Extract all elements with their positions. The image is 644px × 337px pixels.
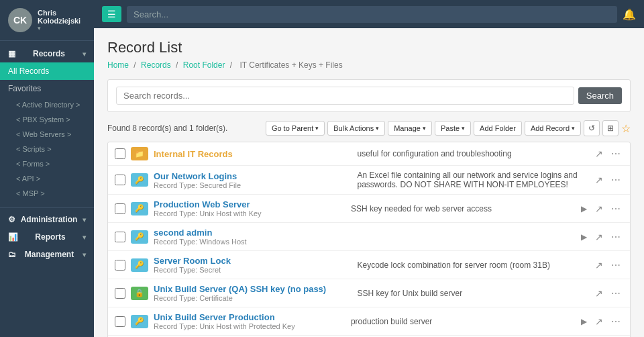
record-name[interactable]: Server Room Lock xyxy=(154,256,345,266)
record-actions: ▶ ↗ ⋯ xyxy=(578,230,623,244)
sidebar-management-label: Management xyxy=(25,250,74,259)
table-row: 🔑 Our Network Logins Record Type: Secure… xyxy=(108,166,630,195)
content-area: Record List Home / Records / Root Folder… xyxy=(94,28,644,337)
action-bar: Found 8 record(s) and 1 folder(s). Go to… xyxy=(107,120,631,136)
refresh-button[interactable]: ↺ xyxy=(584,120,600,136)
sidebar-item-favorites[interactable]: Favorites xyxy=(0,80,94,97)
breadcrumb-root-folder[interactable]: Root Folder xyxy=(183,60,225,70)
record-description: useful for configuration and troubleshoo… xyxy=(350,149,587,158)
share-button[interactable]: ↗ xyxy=(592,230,606,244)
page-title: Record List xyxy=(107,39,631,56)
record-actions: ↗ ⋯ xyxy=(592,147,623,160)
record-info: Our Network Logins Record Type: Secured … xyxy=(154,171,345,189)
record-checkbox-6[interactable] xyxy=(115,316,125,327)
sidebar-item-active-directory[interactable]: < Active Directory > xyxy=(0,97,94,112)
play-button[interactable]: ▶ xyxy=(578,316,590,328)
record-checkbox-0[interactable] xyxy=(115,148,125,159)
search-records-button[interactable]: Search xyxy=(578,87,622,104)
columns-button[interactable]: ⊞ xyxy=(602,120,619,136)
sidebar-administration-header[interactable]: ⚙ Administration ▾ xyxy=(0,211,94,228)
record-checkbox-4[interactable] xyxy=(115,260,125,271)
add-folder-button[interactable]: Add Folder xyxy=(474,121,522,136)
more-button[interactable]: ⋯ xyxy=(608,147,623,160)
record-actions: ▶ ↗ ⋯ xyxy=(578,202,623,215)
management-icon: 🗂 xyxy=(8,250,16,259)
action-buttons: Go to Parent ▾ Bulk Actions ▾ Manage ▾ P… xyxy=(266,120,631,136)
record-description: An Excel file containing all our network… xyxy=(350,171,587,189)
record-info: second admin Record Type: Windows Host xyxy=(154,228,339,246)
sidebar-records-label: Records xyxy=(33,49,65,58)
record-info: Unix Build Server (QA) SSH key (no pass)… xyxy=(154,284,345,302)
search-toolbar: Search xyxy=(107,79,631,112)
table-row: 🔑 Server Room Lock Record Type: Secret K… xyxy=(108,251,630,279)
sidebar-item-all-records[interactable]: All Records xyxy=(0,62,94,80)
sidebar-item-forms[interactable]: < Forms > xyxy=(0,156,94,171)
sidebar-item-scripts[interactable]: < Scripts > xyxy=(0,142,94,156)
record-type: Record Type: Certificate xyxy=(154,294,345,302)
record-name[interactable]: Our Network Logins xyxy=(154,171,345,181)
more-button[interactable]: ⋯ xyxy=(608,258,623,272)
play-button[interactable]: ▶ xyxy=(578,203,590,215)
notification-bell-icon[interactable]: 🔔 xyxy=(623,8,636,21)
share-button[interactable]: ↗ xyxy=(592,173,606,187)
record-type-icon: 🔒 xyxy=(131,287,148,300)
search-records-input[interactable] xyxy=(116,87,574,105)
share-button[interactable]: ↗ xyxy=(592,258,606,272)
record-actions: ▶ ↗ ⋯ xyxy=(578,315,623,328)
sidebar-reports-header[interactable]: 📊 Reports ▾ xyxy=(0,228,94,246)
add-record-button[interactable]: Add Record ▾ xyxy=(525,121,581,136)
sidebar-reports-label: Reports xyxy=(35,232,65,242)
record-name[interactable]: Internal IT Records xyxy=(154,149,345,159)
more-button[interactable]: ⋯ xyxy=(608,230,623,244)
record-type-icon: 🔑 xyxy=(131,315,148,328)
record-name[interactable]: second admin xyxy=(154,228,339,238)
record-type: Record Type: Secured File xyxy=(154,181,345,189)
record-checkbox-1[interactable] xyxy=(115,175,125,185)
more-button[interactable]: ⋯ xyxy=(608,202,623,215)
sidebar-item-msp[interactable]: < MSP > xyxy=(0,186,94,201)
sidebar-item-label: Favorites xyxy=(8,84,41,93)
user-dropdown[interactable]: ▾ xyxy=(38,25,86,32)
record-checkbox-2[interactable] xyxy=(115,203,125,214)
sidebar-records-header[interactable]: ▦ Records ▾ xyxy=(0,45,94,62)
chevron-icon: ▾ xyxy=(83,234,86,241)
record-type-icon: 🔑 xyxy=(131,173,148,187)
menu-button[interactable]: ☰ xyxy=(102,6,121,22)
share-button[interactable]: ↗ xyxy=(592,287,606,300)
record-name[interactable]: Production Web Server xyxy=(154,199,339,209)
more-button[interactable]: ⋯ xyxy=(608,173,623,187)
share-button[interactable]: ↗ xyxy=(592,315,606,328)
breadcrumb-records[interactable]: Records xyxy=(141,60,171,70)
bulk-actions-button[interactable]: Bulk Actions ▾ xyxy=(327,121,385,136)
more-button[interactable]: ⋯ xyxy=(608,315,623,328)
go-to-parent-button[interactable]: Go to Parent ▾ xyxy=(266,121,325,136)
sidebar-management-header[interactable]: 🗂 Management ▾ xyxy=(0,246,94,263)
favorite-button[interactable]: ☆ xyxy=(621,122,631,135)
record-type-icon: 🔑 xyxy=(131,202,148,215)
record-description: production build server xyxy=(344,317,573,326)
sidebar-item-web-servers[interactable]: < Web Servers > xyxy=(0,127,94,142)
sidebar-user-section: CK Chris Kolodziejski ▾ xyxy=(0,0,94,41)
record-actions: ↗ ⋯ xyxy=(592,173,623,187)
share-button[interactable]: ↗ xyxy=(592,147,606,160)
record-type-icon: 📁 xyxy=(131,147,148,160)
table-row: 🔑 second admin Record Type: Windows Host… xyxy=(108,223,630,251)
record-type-icon: 🔑 xyxy=(131,258,148,272)
record-description: Keycode lock combination for server room… xyxy=(350,260,587,270)
sidebar-item-pbx[interactable]: < PBX System > xyxy=(0,112,94,127)
play-button[interactable]: ▶ xyxy=(578,231,590,243)
record-checkbox-5[interactable] xyxy=(115,288,125,299)
record-name[interactable]: Unix Build Server (QA) SSH key (no pass) xyxy=(154,284,345,294)
header-bar: ☰ 🔔 xyxy=(94,0,644,28)
paste-button[interactable]: Paste ▾ xyxy=(435,121,471,136)
record-info: Production Web Server Record Type: Unix … xyxy=(154,199,339,218)
breadcrumb-home[interactable]: Home xyxy=(107,60,129,70)
share-button[interactable]: ↗ xyxy=(592,202,606,215)
global-search-input[interactable] xyxy=(127,6,617,23)
record-checkbox-3[interactable] xyxy=(115,232,125,242)
chevron-icon: ▾ xyxy=(83,216,86,224)
sidebar-item-api[interactable]: < API > xyxy=(0,171,94,186)
record-name[interactable]: Unix Build Server Production xyxy=(154,312,339,322)
manage-button[interactable]: Manage ▾ xyxy=(388,121,432,136)
more-button[interactable]: ⋯ xyxy=(608,287,623,300)
